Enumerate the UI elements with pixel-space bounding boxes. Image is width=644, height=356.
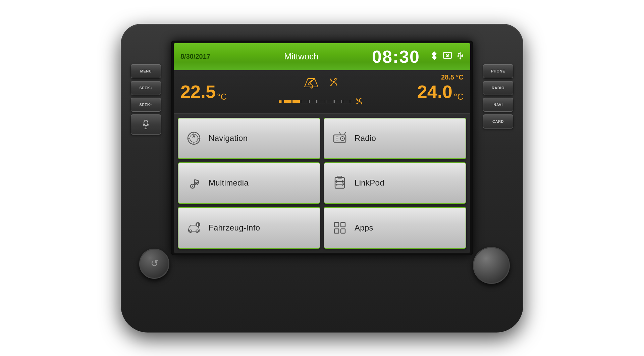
svg-point-18 bbox=[333, 81, 335, 83]
svg-point-41 bbox=[196, 183, 197, 184]
car-infotainment-unit: MENU SEEK+ SEEK− PHONE RADIO NAVI CARD bbox=[121, 24, 523, 333]
airflow-icon bbox=[303, 75, 320, 91]
climate-icons bbox=[303, 75, 341, 91]
navigation-label: Navigation bbox=[209, 134, 248, 143]
header-bar: 8/30/2017 Mittwoch 08:30 bbox=[174, 43, 470, 70]
fan-seg-6 bbox=[326, 100, 333, 103]
climate-zone: 22.5 °C bbox=[174, 70, 470, 114]
climate-right-temp: 24.0 bbox=[417, 81, 452, 102]
multimedia-label: Multimedia bbox=[209, 178, 249, 188]
fan-seg-5 bbox=[318, 100, 325, 103]
left-side-buttons: MENU SEEK+ SEEK− bbox=[131, 64, 161, 135]
navigation-icon bbox=[185, 130, 203, 147]
fan-seg-1 bbox=[284, 100, 291, 103]
svg-marker-26 bbox=[192, 134, 196, 138]
header-day: Mittwoch bbox=[231, 51, 372, 62]
svg-line-38 bbox=[195, 180, 199, 181]
climate-top-right-temp: 28.5 °C bbox=[441, 73, 464, 81]
right-side-buttons: PHONE RADIO NAVI CARD bbox=[483, 64, 513, 129]
screen: 8/30/2017 Mittwoch 08:30 bbox=[174, 43, 470, 253]
svg-text:i: i bbox=[197, 223, 198, 226]
svg-point-15 bbox=[462, 55, 463, 57]
right-knob[interactable] bbox=[473, 247, 510, 284]
menu-grid: Navigation bbox=[174, 114, 470, 253]
svg-point-29 bbox=[342, 138, 343, 139]
fan-seg-8 bbox=[343, 100, 350, 103]
left-knob[interactable] bbox=[139, 249, 169, 279]
apps-icon bbox=[331, 219, 348, 237]
fahrzeug-info-label: Fahrzeug-Info bbox=[209, 223, 260, 233]
apps-button[interactable]: Apps bbox=[324, 207, 466, 248]
fan-right-icon bbox=[353, 96, 365, 108]
screen-bezel: 8/30/2017 Mittwoch 08:30 bbox=[171, 41, 473, 255]
radio-icon bbox=[331, 130, 348, 147]
climate-right-unit: °C bbox=[454, 92, 464, 102]
fan-seg-7 bbox=[334, 100, 342, 103]
media-icon bbox=[443, 52, 452, 62]
svg-marker-16 bbox=[460, 58, 461, 60]
climate-left-unit: °C bbox=[217, 92, 227, 102]
linkpod-icon bbox=[331, 174, 348, 192]
svg-rect-27 bbox=[334, 135, 346, 142]
fan-speed-bar: ≡ bbox=[279, 96, 365, 108]
fan-seg-2 bbox=[292, 100, 300, 103]
svg-rect-52 bbox=[341, 222, 345, 227]
seek-plus-button[interactable]: SEEK+ bbox=[131, 81, 161, 95]
svg-point-0 bbox=[144, 120, 148, 125]
apps-label: Apps bbox=[355, 223, 373, 233]
header-time: 08:30 bbox=[372, 47, 420, 67]
svg-rect-51 bbox=[334, 222, 339, 227]
fahrzeug-info-icon: i bbox=[185, 219, 203, 237]
svg-point-19 bbox=[359, 100, 360, 102]
seek-minus-button[interactable]: SEEK− bbox=[131, 98, 161, 112]
svg-rect-53 bbox=[334, 229, 339, 233]
svg-rect-14 bbox=[458, 56, 459, 57]
fan-speed-icon: ≡ bbox=[279, 99, 282, 105]
linkpod-label: LinkPod bbox=[355, 178, 384, 188]
bluetooth-icon bbox=[430, 51, 438, 62]
navigation-button[interactable]: Navigation bbox=[178, 118, 320, 159]
header-status-icons bbox=[430, 51, 464, 62]
card-button[interactable]: CARD bbox=[483, 114, 513, 129]
climate-center-controls: ≡ bbox=[227, 75, 417, 108]
multimedia-button[interactable]: Multimedia bbox=[178, 162, 320, 204]
svg-rect-8 bbox=[446, 52, 449, 53]
fan-seg-4 bbox=[309, 100, 317, 103]
linkpod-button[interactable]: LinkPod bbox=[324, 162, 466, 204]
multimedia-icon bbox=[185, 174, 203, 192]
svg-rect-42 bbox=[335, 177, 344, 188]
menu-button[interactable]: MENU bbox=[131, 64, 161, 78]
radio-side-button[interactable]: RADIO bbox=[483, 81, 513, 95]
radio-button[interactable]: Radio bbox=[324, 118, 466, 159]
svg-point-7 bbox=[447, 55, 448, 56]
svg-rect-54 bbox=[341, 229, 345, 233]
svg-point-36 bbox=[192, 186, 193, 187]
usb-icon bbox=[457, 51, 464, 62]
voice-button[interactable] bbox=[131, 114, 161, 135]
fan-icon bbox=[326, 75, 341, 91]
header-date: 8/30/2017 bbox=[180, 53, 224, 60]
climate-left-temp: 22.5 bbox=[180, 81, 216, 102]
fahrzeug-info-button[interactable]: i Fahrzeug-Info bbox=[178, 207, 320, 248]
phone-button[interactable]: PHONE bbox=[483, 64, 513, 78]
navi-button[interactable]: NAVI bbox=[483, 98, 513, 112]
fan-seg-3 bbox=[301, 100, 308, 103]
radio-label: Radio bbox=[355, 134, 376, 143]
